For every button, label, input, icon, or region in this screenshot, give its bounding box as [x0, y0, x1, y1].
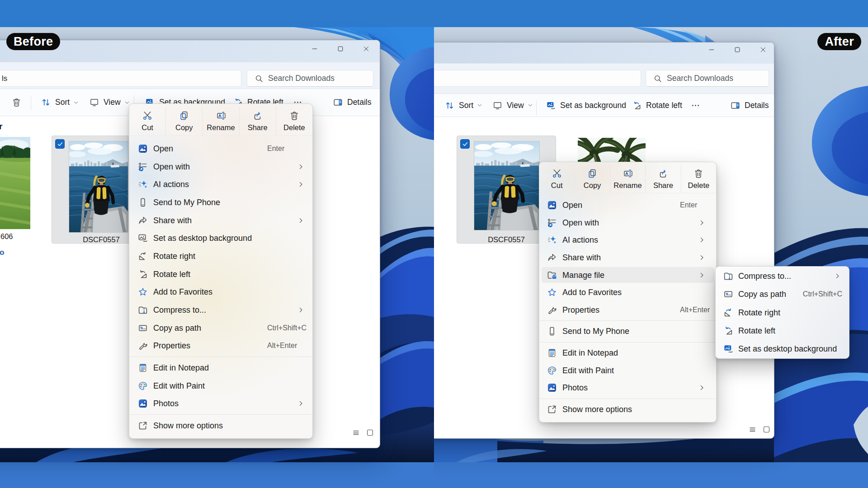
- search-box[interactable]: Search Downloads: [646, 70, 769, 87]
- menu-item-share-with[interactable]: Share with: [129, 211, 312, 230]
- menu-item-label: Photos: [153, 399, 179, 408]
- selection-checkbox[interactable]: [55, 139, 65, 149]
- menu-item-open[interactable]: OpenEnter: [539, 197, 716, 214]
- menu-item-edit-in-notepad[interactable]: Edit in Notepad: [129, 359, 312, 377]
- menu-item-open[interactable]: OpenEnter: [129, 140, 312, 158]
- set-as-background-icon: [546, 100, 556, 111]
- menu-item-label: Show more options: [153, 421, 223, 431]
- toolbar-details-button[interactable]: Details: [333, 89, 372, 116]
- address-bar[interactable]: ls: [0, 70, 241, 87]
- check-icon: [57, 141, 63, 147]
- menu-item-open-with[interactable]: Open with: [129, 158, 312, 176]
- menu-share-button[interactable]: Share: [239, 106, 276, 136]
- copypath-icon: [723, 289, 734, 300]
- address-bar[interactable]: ls: [434, 70, 641, 87]
- minimize-button[interactable]: [304, 41, 325, 57]
- toolbar-more-button[interactable]: [690, 94, 701, 117]
- maximize-button[interactable]: [727, 42, 748, 58]
- phone-icon: [137, 197, 148, 208]
- menu-item-label: Properties: [562, 305, 599, 314]
- menu-item-compress-to[interactable]: Compress to...: [716, 267, 849, 285]
- menu-item-label: Compress to...: [153, 305, 206, 315]
- file-thumbnail-golf[interactable]: [0, 137, 30, 229]
- chevron-down-icon: [73, 99, 79, 106]
- toolbar-sort-button[interactable]: Sort: [444, 94, 483, 117]
- menu-item-compress-to[interactable]: Compress to...: [129, 301, 312, 319]
- menu-item-edit-with-paint[interactable]: Edit with Paint: [539, 361, 716, 379]
- toolbar-view-button[interactable]: View: [492, 94, 533, 117]
- maximize-button[interactable]: [330, 41, 351, 57]
- toolbar-details-button[interactable]: Details: [730, 94, 769, 117]
- toolbar-delete-button[interactable]: [11, 89, 22, 116]
- menu-button-label: Cut: [551, 181, 563, 190]
- menu-delete-button[interactable]: Delete: [681, 164, 716, 193]
- menu-item-ai-actions[interactable]: AI actions: [539, 231, 716, 249]
- menu-item-edit-with-paint[interactable]: Edit with Paint: [129, 377, 312, 395]
- menu-item-show-more-options[interactable]: Show more options: [129, 417, 312, 435]
- delete-icon: [289, 110, 300, 121]
- selection-checkbox[interactable]: [460, 139, 470, 149]
- menu-item-copy-as-path[interactable]: Copy as pathCtrl+Shift+C: [129, 319, 312, 337]
- cut-icon: [552, 168, 562, 179]
- menu-rename-button[interactable]: Rename: [610, 164, 645, 193]
- menu-item-rotate-right[interactable]: Rotate right: [129, 247, 312, 265]
- menu-item-properties[interactable]: PropertiesAlt+Enter: [129, 337, 312, 355]
- menu-item-label: Send to My Phone: [562, 327, 629, 336]
- menu-item-set-as-desktop-background[interactable]: Set as desktop background: [716, 340, 849, 358]
- menu-item-label: AI actions: [153, 180, 189, 189]
- menu-item-label: Set as desktop background: [738, 344, 837, 354]
- menu-button-label: Cut: [142, 123, 153, 132]
- menu-item-properties[interactable]: PropertiesAlt+Enter: [539, 301, 716, 319]
- rename-icon: [216, 110, 226, 121]
- menu-item-copy-as-path[interactable]: Copy as pathCtrl+Shift+C: [716, 285, 849, 303]
- star-icon: [137, 286, 148, 297]
- menu-item-open-with[interactable]: Open with: [539, 214, 716, 232]
- menu-copy-button[interactable]: Copy: [574, 164, 609, 193]
- menu-item-add-to-favorites[interactable]: Add to Favorites: [539, 284, 716, 301]
- menu-button-label: Rename: [613, 181, 642, 190]
- sharewith-icon: [547, 252, 557, 263]
- close-button[interactable]: [356, 41, 377, 57]
- menu-cut-button[interactable]: Cut: [129, 106, 165, 136]
- menu-share-button[interactable]: Share: [645, 164, 680, 193]
- menu-item-show-more-options[interactable]: Show more options: [539, 401, 716, 418]
- menu-item-manage-file[interactable]: Manage file: [539, 266, 716, 284]
- toolbar-sort-button[interactable]: Sort: [41, 89, 79, 116]
- menu-item-rotate-left[interactable]: Rotate left: [129, 265, 312, 283]
- rotl-icon: [723, 325, 734, 336]
- search-placeholder: Search Downloads: [667, 74, 733, 83]
- menu-copy-button[interactable]: Copy: [165, 106, 202, 136]
- menu-item-send-to-my-phone[interactable]: Send to My Phone: [539, 323, 716, 340]
- menu-delete-button[interactable]: Delete: [276, 106, 312, 136]
- group-header-fragment: r: [0, 122, 2, 131]
- toolbar-rotate-left-button[interactable]: Rotate left: [632, 94, 682, 117]
- status-list-view-icon[interactable]: [747, 424, 758, 435]
- status-list-view-icon[interactable]: [350, 427, 361, 438]
- menu-item-ai-actions[interactable]: AI actions: [129, 175, 312, 193]
- menu-item-label: Manage file: [562, 270, 604, 280]
- menu-item-photos[interactable]: Photos: [129, 395, 312, 413]
- menu-item-rotate-right[interactable]: Rotate right: [716, 304, 849, 322]
- menu-item-send-to-my-phone[interactable]: Send to My Phone: [129, 193, 312, 211]
- status-thumbnail-view-icon[interactable]: [364, 427, 375, 438]
- close-button[interactable]: [753, 42, 774, 58]
- status-thumbnail-view-icon[interactable]: [761, 424, 772, 435]
- menu-item-rotate-left[interactable]: Rotate left: [716, 322, 849, 340]
- menu-rename-button[interactable]: Rename: [202, 106, 239, 136]
- menu-item-share-with[interactable]: Share with: [539, 249, 716, 267]
- copypath-icon: [137, 323, 148, 333]
- menu-cut-button[interactable]: Cut: [539, 164, 574, 193]
- minimize-button[interactable]: [701, 42, 722, 58]
- search-box[interactable]: Search Downloads: [247, 70, 373, 87]
- toolbar-set-as-background-button[interactable]: Set as background: [546, 94, 626, 117]
- menu-item-edit-in-notepad[interactable]: Edit in Notepad: [539, 344, 716, 362]
- menu-item-set-as-desktop-background[interactable]: Set as desktop background: [129, 229, 312, 247]
- menu-item-label: Edit in Notepad: [153, 363, 209, 373]
- toolbar-view-button[interactable]: View: [89, 89, 130, 116]
- toolbar-separator: [536, 100, 537, 115]
- menu-item-add-to-favorites[interactable]: Add to Favorites: [129, 283, 312, 301]
- menu-item-photos[interactable]: Photos: [539, 379, 716, 397]
- menu-item-label: Rotate left: [153, 269, 190, 279]
- chevron-right-icon: [698, 236, 706, 244]
- address-row: ls Search Downloads: [434, 63, 774, 94]
